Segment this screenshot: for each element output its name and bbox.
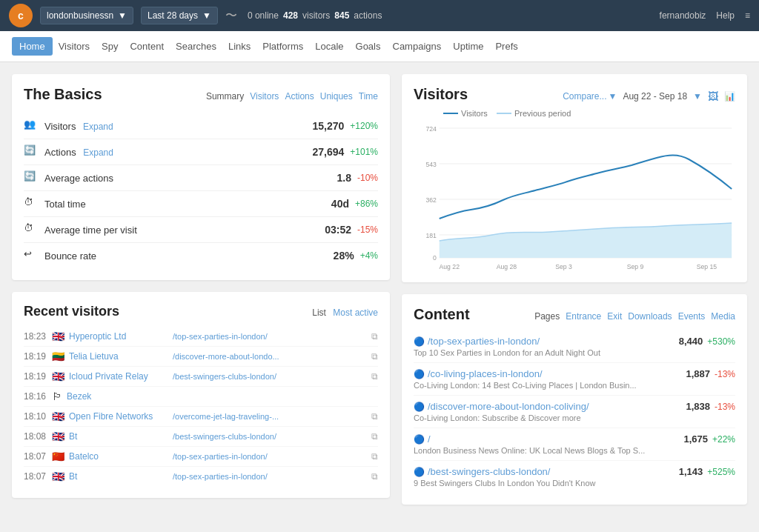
svg-text:Sep 15: Sep 15 bbox=[697, 263, 717, 270]
nav-spy[interactable]: Spy bbox=[96, 33, 124, 59]
external-link-icon: ⧉ bbox=[371, 331, 378, 342]
basics-row-avg-time: ⏱ Average time per visit 03:52 -15% bbox=[24, 217, 378, 243]
rv-path[interactable]: /top-sex-parties-in-london/ bbox=[173, 472, 367, 481]
rv-flag: 🇬🇧 bbox=[52, 370, 64, 382]
external-link-icon: ⧉ bbox=[371, 351, 378, 362]
legend-visitors: Visitors bbox=[443, 109, 488, 118]
tab-time[interactable]: Time bbox=[359, 91, 378, 102]
rv-path[interactable]: /best-swingers-clubs-london/ bbox=[173, 372, 367, 381]
tab-exit[interactable]: Exit bbox=[607, 311, 622, 322]
visitors-change: +120% bbox=[350, 121, 378, 131]
rv-path[interactable]: /top-sex-parties-in-london/ bbox=[173, 332, 367, 341]
content-url[interactable]: /best-swingers-clubs-london/ bbox=[428, 466, 679, 477]
content-url[interactable]: /discover-more-about-london-coliving/ bbox=[428, 401, 686, 412]
content-desc: Co-Living London: Subscribe & Discover m… bbox=[414, 413, 735, 422]
actions-change: +101% bbox=[350, 147, 378, 157]
rv-path[interactable]: /overcome-jet-lag-traveling-... bbox=[173, 412, 367, 421]
actions-expand[interactable]: Expand bbox=[83, 147, 113, 158]
rv-name[interactable]: Icloud Private Relay bbox=[69, 371, 173, 382]
content-change: +22% bbox=[712, 434, 735, 445]
rv-path[interactable]: /best-swingers-clubs-london/ bbox=[173, 432, 367, 441]
rv-flag: 🇬🇧 bbox=[52, 471, 64, 482]
external-link-icon: ⧉ bbox=[371, 451, 378, 462]
svg-text:0: 0 bbox=[433, 254, 437, 262]
tab-downloads[interactable]: Downloads bbox=[628, 311, 672, 322]
nav-searches[interactable]: Searches bbox=[170, 33, 222, 59]
tab-media[interactable]: Media bbox=[711, 311, 735, 322]
rv-time: 18:19 bbox=[24, 371, 52, 382]
content-desc: London Business News Online: UK Local Ne… bbox=[414, 446, 735, 455]
site-selector[interactable]: londonbusinessn ▼ bbox=[40, 7, 133, 24]
content-url[interactable]: / bbox=[428, 433, 683, 445]
rv-name[interactable]: Bt bbox=[69, 431, 173, 442]
date-range-selector[interactable]: Last 28 days ▼ bbox=[141, 7, 218, 24]
content-url[interactable]: /top-sex-parties-in-london/ bbox=[428, 336, 679, 347]
nav-links[interactable]: Links bbox=[222, 33, 256, 59]
nav-content[interactable]: Content bbox=[124, 33, 170, 59]
nav-uptime[interactable]: Uptime bbox=[447, 33, 489, 59]
date-range-selector[interactable]: ▼ bbox=[693, 91, 702, 102]
left-panel: The Basics Summary Visitors Actions Uniq… bbox=[12, 74, 390, 520]
rv-name[interactable]: Hyperoptic Ltd bbox=[69, 331, 173, 342]
help-link[interactable]: Help bbox=[716, 10, 735, 21]
tab-entrance[interactable]: Entrance bbox=[566, 311, 601, 322]
rv-flag: 🇬🇧 bbox=[52, 430, 64, 442]
visitors-expand[interactable]: Expand bbox=[83, 122, 113, 132]
rv-time: 18:23 bbox=[24, 331, 52, 342]
visitors-chart-title: Visitors bbox=[414, 86, 468, 103]
visitors-label: Visitors Expand bbox=[44, 121, 312, 132]
content-desc: Co-Living London: 14 Best Co-Living Plac… bbox=[414, 381, 735, 390]
avg-actions-value: 1.8 bbox=[337, 172, 351, 184]
tab-uniques[interactable]: Uniques bbox=[320, 91, 353, 102]
content-change: -13% bbox=[715, 369, 735, 379]
content-icon: 🔵 bbox=[414, 434, 425, 445]
rv-time: 18:08 bbox=[24, 431, 52, 442]
rv-name[interactable]: Bt bbox=[69, 471, 173, 482]
chart-toggle-button[interactable]: 〜 bbox=[225, 8, 237, 24]
nav-visitors[interactable]: Visitors bbox=[53, 33, 96, 59]
basics-row-total-time: ⏱ Total time 40d +86% bbox=[24, 191, 378, 217]
nav-home[interactable]: Home bbox=[12, 37, 53, 56]
menu-icon[interactable]: ≡ bbox=[745, 10, 750, 21]
export-icon[interactable]: 🖼 bbox=[708, 90, 718, 102]
rv-path[interactable]: /discover-more-about-londo... bbox=[173, 352, 367, 361]
visitors-chart-svg: 724 543 362 181 0 bbox=[414, 122, 735, 270]
svg-text:724: 724 bbox=[425, 125, 437, 133]
tab-visitors[interactable]: Visitors bbox=[250, 91, 279, 102]
visitors-chart-card: Visitors Compare... ▼ Aug 22 - Sep 18 ▼ … bbox=[402, 74, 747, 282]
legend-previous: Previous period bbox=[497, 109, 571, 118]
nav-locale[interactable]: Locale bbox=[309, 33, 349, 59]
content-url[interactable]: /co-living-places-in-london/ bbox=[428, 368, 686, 379]
user-menu: fernandobiz Help ≡ bbox=[660, 10, 750, 21]
rv-name[interactable]: Batelco bbox=[69, 451, 173, 462]
nav-prefs[interactable]: Prefs bbox=[489, 33, 523, 59]
rv-path[interactable]: /top-sex-parties-in-london/ bbox=[173, 452, 367, 461]
avg-time-value: 03:52 bbox=[325, 224, 351, 236]
nav-goals[interactable]: Goals bbox=[350, 33, 387, 59]
rv-name[interactable]: Telia Lietuva bbox=[69, 351, 173, 362]
content-change: -13% bbox=[715, 402, 735, 412]
content-count: 1,887 bbox=[686, 368, 710, 379]
rv-row-3: 18:19 🇬🇧 Icloud Private Relay /best-swin… bbox=[24, 367, 378, 387]
visitor-count: 428 bbox=[283, 10, 298, 21]
compare-selector[interactable]: Compare... ▼ bbox=[563, 91, 617, 102]
rv-row-2: 18:19 🇱🇹 Telia Lietuva /discover-more-ab… bbox=[24, 347, 378, 367]
chart-legend: Visitors Previous period bbox=[414, 109, 735, 118]
svg-text:181: 181 bbox=[425, 232, 437, 239]
tab-pages[interactable]: Pages bbox=[534, 311, 560, 322]
most-active-link[interactable]: Most active bbox=[333, 307, 378, 318]
bar-chart-icon[interactable]: 📊 bbox=[724, 91, 735, 102]
tab-summary[interactable]: Summary bbox=[206, 91, 244, 102]
nav-platforms[interactable]: Platforms bbox=[256, 33, 309, 59]
tab-actions[interactable]: Actions bbox=[285, 91, 314, 102]
rv-name[interactable]: Open Fibre Networks bbox=[69, 411, 173, 422]
avg-actions-icon: 🔄 bbox=[24, 170, 39, 185]
nav-campaigns[interactable]: Campaigns bbox=[387, 33, 448, 59]
tab-events[interactable]: Events bbox=[678, 311, 706, 322]
basics-row-visitors: 👥 Visitors Expand 15,270 +120% bbox=[24, 113, 378, 139]
content-count: 1,838 bbox=[686, 401, 710, 412]
content-header: Content Pages Entrance Exit Downloads Ev… bbox=[414, 306, 735, 323]
username[interactable]: fernandobiz bbox=[660, 10, 706, 21]
rv-name[interactable]: Bezek bbox=[67, 391, 170, 402]
rv-flag: 🇬🇧 bbox=[52, 410, 64, 422]
